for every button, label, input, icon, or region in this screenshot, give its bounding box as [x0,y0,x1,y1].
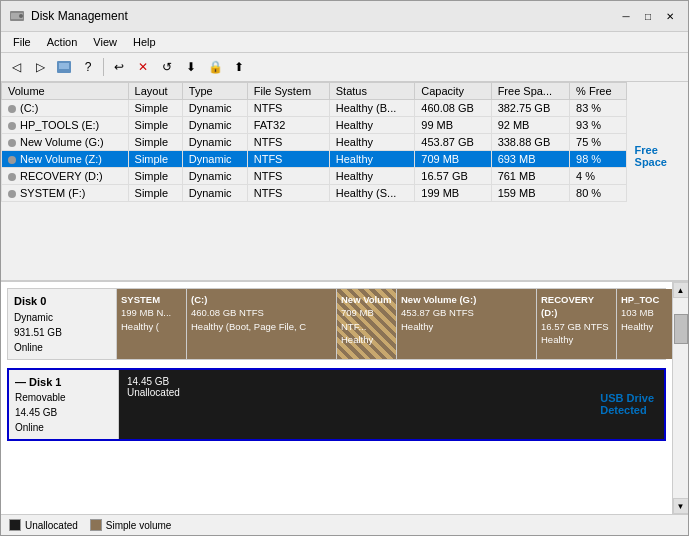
cell-status: Healthy [336,170,373,182]
cell-pct: 93 % [576,119,601,131]
row-icon [8,156,16,164]
partition-system[interactable]: SYSTEM 199 MB N... Healthy ( [117,289,187,359]
cell-layout: Simple [135,119,169,131]
table-row[interactable]: New Volume (Z:)SimpleDynamicNTFSHealthy7… [2,151,627,168]
col-type[interactable]: Type [182,83,247,100]
back-button[interactable]: ◁ [5,56,27,78]
cell-status: Healthy (B... [336,102,397,114]
disk-icon-btn[interactable] [53,56,75,78]
partition-c-detail1: 460.08 GB NTFS [191,307,264,318]
col-fs[interactable]: File System [247,83,329,100]
row-icon [8,122,16,130]
cell-fs: NTFS [254,153,283,165]
cell-volume: New Volume (Z:) [20,153,102,165]
col-volume[interactable]: Volume [2,83,129,100]
disk0-type: Dynamic [14,312,53,323]
menu-view[interactable]: View [85,34,125,50]
partition-c[interactable]: (C:) 460.08 GB NTFS Healthy (Boot, Page … [187,289,337,359]
disk-map-section: Disk 0 Dynamic 931.51 GB Online SYSTEM 1… [1,282,688,514]
legend-simple: Simple volume [90,519,172,531]
usb-annotation: USB DriveDetected [600,392,654,416]
cell-volume: New Volume (G:) [20,136,104,148]
cell-capacity: 709 MB [421,153,459,165]
table-row[interactable]: New Volume (G:)SimpleDynamicNTFSHealthy4… [2,134,627,151]
table-row[interactable]: HP_TOOLS (E:)SimpleDynamicFAT32Healthy99… [2,117,627,134]
cell-pct: 83 % [576,102,601,114]
down-button[interactable]: ⬇ [180,56,202,78]
disk0-status: Online [14,342,43,353]
scroll-down-button[interactable]: ▼ [673,498,689,514]
partition-system-name: SYSTEM [121,293,182,306]
partition-newg-detail2: Healthy [401,321,433,332]
cell-type: Dynamic [189,119,232,131]
table-row[interactable]: RECOVERY (D:)SimpleDynamicNTFSHealthy16.… [2,168,627,185]
cell-type: Dynamic [189,170,232,182]
legend-bar: Unallocated Simple volume [1,514,688,535]
disk1-info: — Disk 1 Removable 14.45 GB Online [9,370,119,440]
cell-capacity: 99 MB [421,119,453,131]
content-area: Volume Layout Type File System Status Ca… [1,82,688,535]
partition-new-volume-g[interactable]: New Volume (G:) 453.87 GB NTFS Healthy [397,289,537,359]
partition-new-volume-z[interactable]: New Volum 709 MB NTF... Healthy [337,289,397,359]
close-button[interactable]: ✕ [660,6,680,26]
cell-fs: NTFS [254,102,283,114]
toolbar: ◁ ▷ ? ↩ ✕ ↺ ⬇ 🔒 ⬆ [1,53,688,82]
up-button[interactable]: ⬆ [228,56,250,78]
lock-button[interactable]: 🔒 [204,56,226,78]
cell-layout: Simple [135,136,169,148]
cell-pct: 98 % [576,153,601,165]
window-title: Disk Management [31,9,128,23]
table-row[interactable]: (C:)SimpleDynamicNTFSHealthy (B...460.08… [2,100,627,117]
cell-type: Dynamic [189,102,232,114]
scroll-thumb[interactable] [674,314,688,344]
minimize-button[interactable]: ─ [616,6,636,26]
title-controls: ─ □ ✕ [616,6,680,26]
svg-rect-4 [59,63,69,69]
partition-newg-name: New Volume (G:) [401,293,532,306]
col-pct[interactable]: % Free [570,83,626,100]
refresh-button[interactable]: ↺ [156,56,178,78]
row-icon [8,173,16,181]
partition-newz-name: New Volum [341,293,392,306]
help-button[interactable]: ? [77,56,99,78]
menu-file[interactable]: File [5,34,39,50]
disk1-unallocated[interactable]: 14.45 GB Unallocated [119,370,664,440]
col-capacity[interactable]: Capacity [415,83,491,100]
partition-newg-detail1: 453.87 GB NTFS [401,307,474,318]
disk-icon [56,59,72,75]
volumes-table: Volume Layout Type File System Status Ca… [1,82,627,202]
disk-table-area: Volume Layout Type File System Status Ca… [1,82,688,282]
partition-c-name: (C:) [191,293,332,306]
partition-recovery[interactable]: RECOVERY (D:) 16.57 GB NTFS Healthy [537,289,617,359]
cell-layout: Simple [135,102,169,114]
delete-button[interactable]: ✕ [132,56,154,78]
table-row[interactable]: SYSTEM (F:)SimpleDynamicNTFSHealthy (S..… [2,185,627,202]
disk-management-icon [9,8,25,24]
cell-capacity: 453.87 GB [421,136,474,148]
partition-recovery-name: RECOVERY (D:) [541,293,612,320]
cell-volume: HP_TOOLS (E:) [20,119,99,131]
menu-help[interactable]: Help [125,34,164,50]
maximize-button[interactable]: □ [638,6,658,26]
disk1-unalloc-size: 14.45 GB [127,376,169,387]
partition-hp-tools[interactable]: HP_TOC 103 MB Healthy [617,289,672,359]
refresh-back-button[interactable]: ↩ [108,56,130,78]
disk1-status: Online [15,422,44,433]
disk1-unalloc-label: Unallocated [127,387,180,398]
disk0-name: Disk 0 [14,293,110,310]
forward-button[interactable]: ▷ [29,56,51,78]
cell-status: Healthy [336,119,373,131]
disk0-info: Disk 0 Dynamic 931.51 GB Online [7,288,117,360]
legend-unalloc-box [9,519,21,531]
cell-volume: RECOVERY (D:) [20,170,103,182]
menu-action[interactable]: Action [39,34,86,50]
title-bar-left: Disk Management [9,8,128,24]
vertical-scrollbar: ▲ ▼ [672,282,688,514]
col-layout[interactable]: Layout [128,83,182,100]
scroll-up-button[interactable]: ▲ [673,282,689,298]
partition-hp-detail1: 103 MB [621,307,654,318]
col-status[interactable]: Status [329,83,415,100]
col-free[interactable]: Free Spa... [491,83,569,100]
cell-capacity: 460.08 GB [421,102,474,114]
cell-layout: Simple [135,170,169,182]
